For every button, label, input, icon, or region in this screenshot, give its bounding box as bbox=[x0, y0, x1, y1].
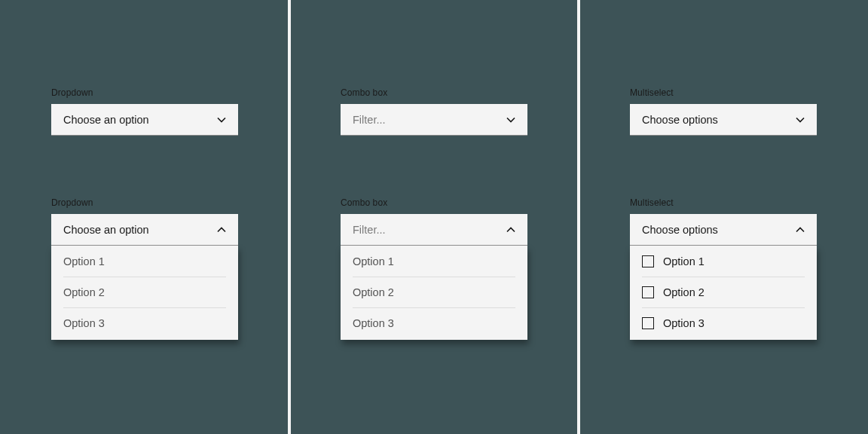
multiselect-closed-group: Multiselect Choose options bbox=[630, 87, 817, 136]
combobox-placeholder: Filter... bbox=[353, 114, 386, 126]
combobox-column: Combo box Filter... Combo box Filter... … bbox=[289, 0, 579, 434]
checkbox-icon[interactable] bbox=[642, 317, 654, 329]
combobox-option[interactable]: Option 2 bbox=[341, 277, 527, 307]
checkbox-icon[interactable] bbox=[642, 286, 654, 298]
chevron-up-icon bbox=[794, 224, 806, 236]
multiselect-open-group: Multiselect Choose options Option 1 Opti… bbox=[630, 197, 817, 340]
dropdown-open-group: Dropdown Choose an option Option 1 Optio… bbox=[51, 197, 238, 340]
checkbox-icon[interactable] bbox=[642, 255, 654, 267]
multiselect-menu: Option 1 Option 2 Option 3 bbox=[630, 246, 817, 340]
chevron-up-icon bbox=[505, 224, 517, 236]
dropdown-option[interactable]: Option 2 bbox=[51, 277, 238, 307]
option-label: Option 3 bbox=[63, 317, 105, 329]
combobox-trigger[interactable]: Filter... bbox=[341, 104, 527, 136]
option-label: Option 2 bbox=[663, 286, 704, 298]
multiselect-value: Choose options bbox=[642, 114, 718, 126]
dropdown-column: Dropdown Choose an option Dropdown Choos… bbox=[0, 0, 289, 434]
dropdown-menu: Option 1 Option 2 Option 3 bbox=[51, 246, 238, 340]
dropdown-trigger-open[interactable]: Choose an option bbox=[51, 214, 238, 246]
dropdown-option[interactable]: Option 3 bbox=[51, 307, 238, 338]
option-label: Option 3 bbox=[663, 317, 704, 329]
multiselect-trigger[interactable]: Choose options bbox=[630, 104, 817, 136]
dropdown-trigger[interactable]: Choose an option bbox=[51, 104, 238, 136]
dropdown-label: Dropdown bbox=[51, 87, 238, 98]
combobox-input[interactable]: Filter... bbox=[341, 214, 527, 246]
option-label: Option 1 bbox=[663, 255, 704, 267]
combobox-open-group: Combo box Filter... Option 1 Option 2 Op… bbox=[341, 197, 527, 340]
dropdown-label: Dropdown bbox=[51, 197, 238, 208]
chevron-down-icon bbox=[505, 114, 517, 126]
multiselect-value: Choose options bbox=[642, 224, 718, 236]
option-label: Option 2 bbox=[63, 286, 105, 298]
multiselect-trigger-open[interactable]: Choose options bbox=[630, 214, 817, 246]
chevron-down-icon bbox=[794, 114, 806, 126]
combobox-label: Combo box bbox=[341, 197, 527, 208]
option-label: Option 1 bbox=[63, 255, 105, 267]
dropdown-value: Choose an option bbox=[63, 224, 149, 236]
combobox-label: Combo box bbox=[341, 87, 527, 98]
chevron-up-icon bbox=[215, 224, 228, 236]
dropdown-option[interactable]: Option 1 bbox=[51, 246, 238, 277]
combobox-menu: Option 1 Option 2 Option 3 bbox=[341, 246, 527, 340]
multiselect-column: Multiselect Choose options Multiselect C… bbox=[579, 0, 868, 434]
combobox-closed-group: Combo box Filter... bbox=[341, 87, 527, 136]
option-label: Option 2 bbox=[353, 286, 394, 298]
multiselect-label: Multiselect bbox=[630, 197, 817, 208]
chevron-down-icon bbox=[215, 114, 228, 126]
multiselect-label: Multiselect bbox=[630, 87, 817, 98]
combobox-option[interactable]: Option 1 bbox=[341, 246, 527, 277]
dropdown-closed-group: Dropdown Choose an option bbox=[51, 87, 238, 136]
option-label: Option 1 bbox=[353, 255, 394, 267]
multiselect-option[interactable]: Option 1 bbox=[630, 246, 817, 277]
option-label: Option 3 bbox=[353, 317, 394, 329]
multiselect-option[interactable]: Option 3 bbox=[630, 307, 817, 338]
combobox-placeholder: Filter... bbox=[353, 224, 386, 236]
multiselect-option[interactable]: Option 2 bbox=[630, 277, 817, 307]
combobox-option[interactable]: Option 3 bbox=[341, 307, 527, 338]
dropdown-value: Choose an option bbox=[63, 114, 149, 126]
